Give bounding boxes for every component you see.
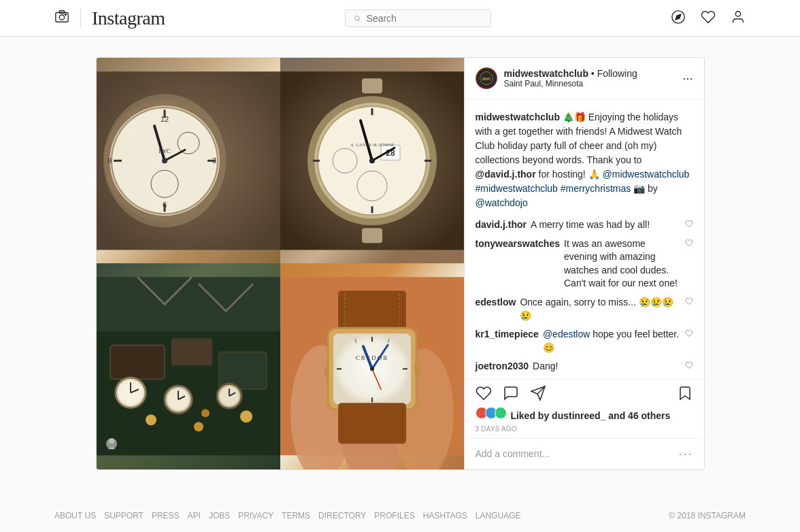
svg-point-4 <box>355 16 359 20</box>
heart-icon[interactable] <box>701 10 716 27</box>
caption-hashtag-2[interactable]: #merrychristmas <box>561 183 631 194</box>
post-actions <box>465 379 704 404</box>
svg-point-63 <box>146 415 156 426</box>
caption-emoji: 🎄🎁 <box>563 112 586 122</box>
search-input[interactable] <box>367 13 482 24</box>
add-comment-input[interactable] <box>476 448 679 459</box>
like-avatars <box>476 407 504 419</box>
post-header-info: midwestwatchclub • Following Saint Paul,… <box>504 68 683 88</box>
caption-text-3: 📷 by <box>633 183 658 194</box>
likes-text: Liked by dustinreed_ and 46 others <box>510 410 670 421</box>
svg-point-8 <box>735 12 740 16</box>
avatar-inner: MWC <box>476 68 497 88</box>
post-card: IWC 12 3 6 9 <box>96 57 705 470</box>
svg-line-5 <box>359 20 360 21</box>
footer-link-about[interactable]: ABOUT US <box>54 511 96 520</box>
caption-mention-2[interactable]: @midwestwatchclub <box>603 169 690 180</box>
svg-rect-2 <box>59 10 64 13</box>
post-image-2: 28 A. LANGE & SÖHNE <box>280 58 464 263</box>
svg-text:CREDOR: CREDOR <box>355 355 388 362</box>
caption-hashtag-1[interactable]: #midwestwatchclub <box>476 183 558 194</box>
avatar: MWC <box>476 67 497 89</box>
comment-heart-2[interactable] <box>685 237 693 251</box>
svg-text:6: 6 <box>162 201 166 209</box>
add-comment-area: ··· <box>465 438 704 469</box>
svg-point-65 <box>240 411 252 423</box>
post-location: Saint Paul, Minnesota <box>504 79 683 88</box>
camera-icon <box>54 9 69 28</box>
comment-user-4[interactable]: kr1_timepiece <box>476 328 539 342</box>
footer-link-support[interactable]: SUPPORT <box>104 511 144 520</box>
post-username[interactable]: midwestwatchclub • Following <box>504 68 683 79</box>
svg-point-1 <box>59 14 64 19</box>
comment-text-3: Once again, sorry to miss... 😢😢😢😢 <box>520 296 679 322</box>
post-image-grid: IWC 12 3 6 9 <box>97 58 464 469</box>
comment-row: tonywearswatches It was an awesome eveni… <box>476 237 693 290</box>
footer-link-hashtags[interactable]: HASHTAGS <box>423 511 467 520</box>
header-actions <box>671 10 746 27</box>
comment-text-1: A merry time was had by all! <box>531 218 680 232</box>
svg-rect-48 <box>110 346 165 380</box>
caption-username[interactable]: midwestwatchclub <box>476 112 560 122</box>
caption-mention-3[interactable]: @watchdojo <box>476 197 528 208</box>
footer-link-language[interactable]: LANGUAGE <box>476 511 521 520</box>
comment-user-2[interactable]: tonywearswatches <box>476 237 561 251</box>
share-button[interactable] <box>530 385 546 401</box>
svg-rect-90 <box>414 365 420 374</box>
footer-link-press[interactable]: PRESS <box>152 511 180 520</box>
svg-point-3 <box>65 14 67 15</box>
svg-point-66 <box>201 410 210 418</box>
svg-rect-31 <box>362 228 382 243</box>
post-image-1: IWC 12 3 6 9 <box>97 58 280 263</box>
search-bar[interactable] <box>345 10 491 27</box>
svg-rect-30 <box>362 78 382 93</box>
caption-text-2: for hosting! 🙏 <box>539 169 600 180</box>
comment-button[interactable] <box>503 385 519 401</box>
post-timestamp: 3 DAYS AGO <box>465 424 704 438</box>
like-avatar-3 <box>495 407 507 419</box>
post-comments: david.j.thor A merry time was had by all… <box>465 218 704 379</box>
comment-user-5[interactable]: joetron2030 <box>476 360 529 373</box>
comment-text-4: @edestlow hope you feel better. 😊 <box>543 328 680 354</box>
post-image-3 <box>97 263 280 469</box>
comment-row: joetron2030 Dang! <box>476 360 693 373</box>
footer-link-api[interactable]: API <box>188 511 201 520</box>
post-more-button[interactable]: ··· <box>682 71 693 86</box>
comment-heart-4[interactable] <box>685 328 693 342</box>
comment-heart-1[interactable] <box>685 218 693 232</box>
footer: ABOUT US SUPPORT PRESS API JOBS PRIVACY … <box>0 497 800 532</box>
svg-point-22 <box>162 158 167 163</box>
post-caption: midwestwatchclub 🎄🎁 Enjoying the holiday… <box>465 99 704 218</box>
comment-more-options[interactable]: ··· <box>678 447 693 461</box>
footer-copyright: © 2018 INSTAGRAM <box>669 511 746 520</box>
footer-links: ABOUT US SUPPORT PRESS API JOBS PRIVACY … <box>54 511 521 520</box>
search-icon <box>354 14 361 22</box>
footer-link-privacy[interactable]: PRIVACY <box>238 511 273 520</box>
svg-point-89 <box>370 367 374 371</box>
comment-heart-5[interactable] <box>685 360 693 373</box>
like-button[interactable] <box>476 385 492 401</box>
explore-icon[interactable] <box>671 10 686 27</box>
footer-link-terms[interactable]: TERMS <box>282 511 310 520</box>
comment-heart-3[interactable] <box>685 296 693 310</box>
svg-text:3: 3 <box>212 156 216 165</box>
svg-rect-49 <box>171 339 212 366</box>
caption-mention-1[interactable]: @david.j.thor <box>476 169 536 180</box>
comment-user-3[interactable]: edestlow <box>476 296 516 310</box>
comment-text-2: It was an awesome evening with amazing w… <box>564 237 680 290</box>
svg-point-40 <box>369 158 375 163</box>
svg-rect-91 <box>338 403 406 444</box>
footer-link-profiles[interactable]: PROFILES <box>374 511 414 520</box>
profile-icon[interactable] <box>731 10 746 27</box>
bookmark-button[interactable] <box>677 385 693 401</box>
comment-row: kr1_timepiece @edestlow hope you feel be… <box>476 328 693 354</box>
post-likes: Liked by dustinreed_ and 46 others <box>465 404 704 424</box>
main-content: IWC 12 3 6 9 <box>82 57 718 470</box>
footer-link-jobs[interactable]: JOBS <box>209 511 230 520</box>
comment-row: david.j.thor A merry time was had by all… <box>476 218 693 232</box>
svg-point-68 <box>109 439 114 444</box>
instagram-wordmark: Instagram <box>92 7 165 29</box>
comment-user-1[interactable]: david.j.thor <box>476 218 527 232</box>
svg-text:A. LANGE & SÖHNE: A. LANGE & SÖHNE <box>350 142 394 148</box>
footer-link-directory[interactable]: DIRECTORY <box>318 511 366 520</box>
